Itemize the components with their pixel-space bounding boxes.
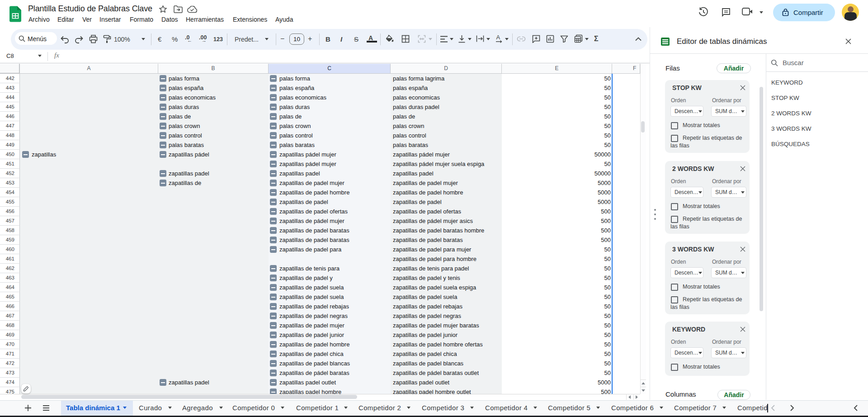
svg-text:A: A — [496, 34, 500, 41]
